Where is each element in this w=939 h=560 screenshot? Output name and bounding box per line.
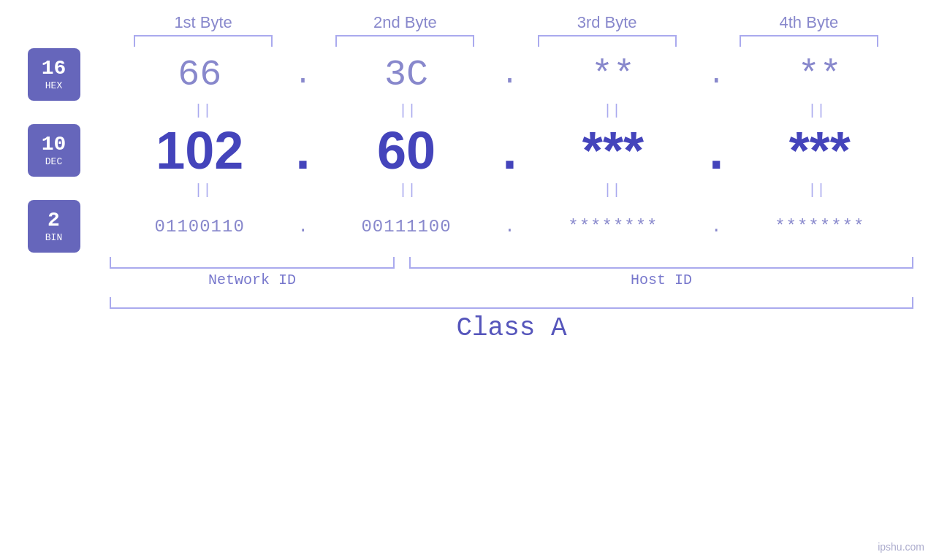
bottom-brackets: [110, 257, 913, 269]
dec-data-row: 102 . 60 . *** . ***: [108, 120, 912, 180]
hex-dot-2: .: [495, 58, 524, 91]
watermark: ipshu.com: [878, 541, 924, 553]
bin-value-2: 00111100: [361, 217, 451, 237]
hex-cell-3: **: [533, 54, 693, 96]
dec-value-4: ***: [789, 120, 851, 180]
dec-dot-2: .: [495, 120, 524, 180]
equals-1-2: ||: [327, 102, 488, 119]
badge-dec-num: 10: [42, 134, 66, 156]
hex-cell-2: 3C: [326, 54, 487, 96]
dec-dot-3: .: [702, 120, 731, 180]
bin-row-wrapper: 2 BIN 01100110 . 00111100 . ******** . *…: [28, 200, 912, 253]
equals-1-1: ||: [123, 102, 284, 119]
equals-2-3: ||: [532, 182, 693, 199]
equals-2-2: ||: [327, 182, 488, 199]
byte1-label: 1st Byte: [130, 13, 276, 32]
bracket-byte2: [335, 35, 474, 47]
network-bracket: [110, 257, 395, 269]
bracket-gap: [395, 257, 409, 269]
class-label: Class A: [110, 313, 913, 343]
dec-cell-4: ***: [740, 120, 900, 180]
bottom-content: Network ID Host ID Class A: [110, 257, 939, 343]
equals-1-4: ||: [737, 102, 897, 119]
byte-headers: 1st Byte 2nd Byte 3rd Byte 4th Byte: [0, 13, 939, 32]
bin-cell-2: 00111100: [326, 217, 487, 237]
badge-dec: 10 DEC: [28, 124, 80, 177]
bin-dot-1: .: [289, 217, 318, 237]
hex-row-wrapper: 16 HEX 66 . 3C . ** . **: [28, 48, 912, 101]
hex-data-row: 66 . 3C . ** . **: [108, 54, 912, 96]
equals-row-2: || || || ||: [108, 182, 912, 199]
dec-value-1: 102: [156, 120, 243, 180]
badge-bin: 2 BIN: [28, 200, 80, 253]
hex-value-1: 66: [178, 54, 221, 96]
main-container: 1st Byte 2nd Byte 3rd Byte 4th Byte 16 H…: [0, 0, 939, 560]
hex-value-2: 3C: [384, 54, 428, 96]
equals-dot-2-3: [707, 182, 722, 199]
bin-value-1: 01100110: [155, 217, 245, 237]
dec-cell-3: ***: [533, 120, 693, 180]
hex-value-3: **: [591, 54, 635, 96]
byte2-label: 2nd Byte: [332, 13, 478, 32]
bottom-left-spacer: [0, 257, 110, 343]
bracket-byte3: [538, 35, 677, 47]
equals-2-1: ||: [123, 182, 284, 199]
equals-dot-1-3: [707, 102, 722, 119]
bin-value-4: ********: [775, 217, 864, 237]
bin-dot-2: .: [495, 217, 524, 237]
badge-hex-label: HEX: [45, 80, 62, 91]
dec-row-wrapper: 10 DEC 102 . 60 . *** . ***: [28, 120, 912, 180]
badge-bin-num: 2: [47, 210, 60, 232]
hex-dot-3: .: [702, 58, 731, 91]
byte4-label: 4th Byte: [736, 13, 882, 32]
equals-dot-1-2: [503, 102, 517, 119]
dec-cell-2: 60: [326, 120, 487, 180]
equals-dot-2-2: [503, 182, 517, 199]
badge-hex-num: 16: [42, 58, 66, 80]
badge-hex: 16 HEX: [28, 48, 80, 101]
dec-value-3: ***: [582, 120, 644, 180]
network-id-label: Network ID: [110, 272, 395, 288]
badge-dec-spacer: 10 DEC: [28, 124, 108, 177]
bin-dot-3: .: [702, 217, 731, 237]
equals-row-1-wrapper: || || || ||: [28, 102, 912, 119]
top-brackets: [0, 35, 939, 47]
bin-cell-3: ********: [533, 217, 693, 237]
equals-1-3: ||: [532, 102, 693, 119]
byte3-label: 3rd Byte: [534, 13, 680, 32]
bracket-byte4: [740, 35, 878, 47]
bin-cell-4: ********: [740, 217, 900, 237]
host-id-label: Host ID: [409, 272, 913, 288]
hex-value-4: **: [798, 54, 842, 96]
equals-2-4: ||: [737, 182, 897, 199]
badge-hex-spacer: 16 HEX: [28, 48, 108, 101]
hex-dot-1: .: [289, 58, 318, 91]
equals-row-2-wrapper: || || || ||: [28, 182, 912, 199]
badge-bin-spacer: 2 BIN: [28, 200, 108, 253]
dec-cell-1: 102: [119, 120, 280, 180]
bin-value-3: ********: [568, 217, 658, 237]
badge-dec-label: DEC: [45, 156, 62, 167]
dec-dot-1: .: [289, 120, 318, 180]
equals-row-1: || || || ||: [108, 102, 912, 119]
bin-data-row: 01100110 . 00111100 . ******** . *******…: [108, 217, 912, 237]
equals-dot-1-1: [298, 102, 313, 119]
bottom-section: Network ID Host ID Class A: [0, 257, 939, 343]
equals-dot-2-1: [298, 182, 313, 199]
hex-cell-4: **: [740, 54, 900, 96]
bin-cell-1: 01100110: [119, 217, 280, 237]
id-labels: Network ID Host ID: [110, 272, 913, 288]
dec-value-2: 60: [377, 120, 436, 180]
badge-bin-label: BIN: [45, 232, 62, 243]
hex-cell-1: 66: [119, 54, 280, 96]
host-bracket: [409, 257, 913, 269]
class-bracket: [110, 297, 913, 309]
bracket-byte1: [134, 35, 273, 47]
